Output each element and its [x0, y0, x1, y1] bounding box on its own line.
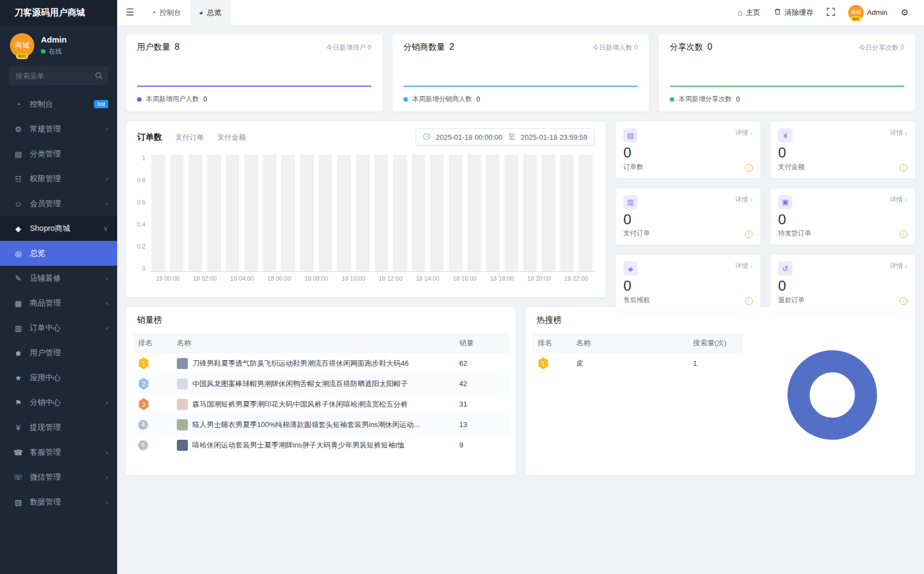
- order-bar: [319, 155, 333, 271]
- hot-search-table: 排名 名称 搜索量(次) 1皮1: [532, 333, 743, 373]
- product-thumbnail: [177, 399, 188, 410]
- x-tick-label: 18 22:00: [558, 275, 595, 282]
- tab-label: 总览: [207, 8, 222, 18]
- topbar-tab-console[interactable]: ◔控制台: [143, 0, 190, 25]
- sidebar-item-label: 商品管理: [30, 298, 102, 308]
- topbar: ☰ ◔控制台◕总览 ⌂ 主页 清除缓存 商城 B2C Admin ⚙: [117, 0, 924, 25]
- sidebar-item-label: 总览: [30, 249, 108, 259]
- home-link[interactable]: ⌂ 主页: [738, 8, 760, 18]
- product-name: 猫人男士睡衣男夏季100%纯棉薄款圆领套头短袖套装男ins潮休闲运动...: [192, 420, 420, 430]
- detail-link[interactable]: 详情›: [735, 261, 753, 271]
- sidebar-item-console[interactable]: ◔控制台hot: [0, 92, 117, 117]
- decorate-icon: ✎: [13, 274, 23, 283]
- sidebar-item-app[interactable]: ★应用中心: [0, 365, 117, 390]
- user-menu[interactable]: 商城 B2C Admin: [848, 5, 888, 20]
- menu-toggle-icon[interactable]: ☰: [117, 7, 143, 18]
- sidebar-item-label: 用户管理: [30, 348, 108, 358]
- date-range-picker[interactable]: 2025-01-18 00:00:00 至 2025-01-18 23:59:5…: [416, 128, 595, 146]
- sidebar-item-decorate[interactable]: ✎店铺装修‹: [0, 266, 117, 291]
- sidebar-item-label: 常规管理: [30, 124, 102, 134]
- detail-link[interactable]: 详情›: [890, 195, 907, 204]
- mini-card-refund: ↺详情›0退款订单!: [770, 255, 915, 312]
- stat-week-value: 0: [736, 96, 740, 103]
- hot-search-rows: 1皮1: [532, 353, 743, 373]
- hot-badge: hot: [94, 100, 108, 108]
- sales-rank-row: 1刀锋男鞋夏季透气防臭飞织运动鞋男潮流百搭休闲网面跑步鞋大码4662: [133, 353, 509, 373]
- sales-rank-table: 排名 名称 销量 1刀锋男鞋夏季透气防臭飞织运动鞋男潮流百搭休闲网面跑步鞋大码4…: [133, 333, 509, 455]
- order-bar: [226, 155, 240, 271]
- order-bar: [170, 155, 184, 271]
- detail-link[interactable]: 详情›: [735, 195, 753, 204]
- mini-card-pay-order: ▥详情›0支付订单!: [616, 188, 760, 245]
- order-bar: [207, 155, 221, 271]
- sidebar-item-goods[interactable]: ▦商品管理‹: [0, 291, 117, 315]
- sidebar-item-label: 客服管理: [30, 447, 102, 457]
- detail-link[interactable]: 详情›: [890, 261, 907, 271]
- y-tick-label: 0: [142, 265, 145, 272]
- sidebar-item-service[interactable]: ☎客服管理‹: [0, 440, 117, 465]
- mini-card-label: 待发货订单: [778, 229, 907, 238]
- sidebar-item-distribution[interactable]: ⚑分销中心‹: [0, 390, 117, 415]
- menu-search-input[interactable]: [9, 66, 108, 85]
- overview-cards: 用户数量8今日新增用户 0本周新增用户人数0分销商数量2今日新增人数 0本周新增…: [126, 34, 915, 112]
- sidebar-item-member[interactable]: ☺会员管理‹: [0, 191, 117, 216]
- mini-card-value: 0: [623, 278, 753, 294]
- stat-week-label: 本周新增分销商人数: [412, 94, 472, 104]
- sidebar-item-overview[interactable]: ◎总览: [0, 241, 117, 266]
- refund-icon: ↺: [778, 261, 792, 276]
- stat-sparkline: [670, 65, 904, 87]
- order-chart-tab-2[interactable]: 支付金额: [217, 133, 246, 141]
- sales-rank-rows: 1刀锋男鞋夏季透气防臭飞织运动鞋男潮流百搭休闲网面跑步鞋大码46622中国风龙图…: [133, 353, 509, 455]
- auth-icon: ☷: [13, 175, 23, 183]
- clear-cache-button[interactable]: 清除缓存: [774, 8, 813, 18]
- donut-ring: [799, 361, 866, 429]
- product-name: 中国风龙图案棒球帽男潮牌休闲鸭舌帽女潮流百搭防晒遮阳太阳帽子: [192, 379, 408, 389]
- sidebar-item-wechat[interactable]: ☏微信管理‹: [0, 465, 117, 489]
- chevron-left-icon: ‹: [106, 299, 108, 307]
- overview-card-2: 分销商数量2今日新增人数 0本周新增分销商人数0: [392, 34, 649, 112]
- middle-row: 订单数支付订单支付金额 2025-01-18 00:00:00 至 2025-0…: [126, 122, 915, 297]
- detail-link[interactable]: 详情›: [890, 128, 907, 138]
- topbar-tab-overview[interactable]: ◕总览: [190, 0, 230, 25]
- topbar-avatar: 商城 B2C: [848, 5, 864, 20]
- legend-dot-icon: [670, 97, 674, 102]
- stat-head: 分享次数0今日分享次数 0: [670, 42, 904, 52]
- distribution-icon: ⚑: [13, 398, 23, 407]
- order-icon: ▥: [13, 324, 23, 333]
- mini-card-value: 0: [623, 212, 753, 228]
- rank-medal-icon: 4: [138, 420, 148, 430]
- sidebar-item-category[interactable]: ▤分类管理: [0, 141, 117, 166]
- sidebar-item-order[interactable]: ▥订单中心‹: [0, 315, 117, 340]
- sidebar-item-shopro[interactable]: ◆Shopro商城∨: [0, 216, 117, 241]
- settings-gear-icon[interactable]: ⚙: [901, 7, 909, 18]
- avatar[interactable]: 商城 B2C: [10, 33, 34, 57]
- user-profile: 商城 B2C Admin 在线: [0, 25, 117, 61]
- y-tick-label: 0.6: [137, 199, 145, 206]
- rank-medal-icon: 3: [138, 398, 149, 410]
- mini-card-label: 退款订单: [778, 296, 907, 305]
- detail-link[interactable]: 详情›: [735, 128, 753, 138]
- order-bar: [356, 155, 370, 271]
- home-label: 主页: [746, 8, 760, 18]
- sales-col-name: 名称: [177, 338, 459, 348]
- chevron-down-icon: ∨: [103, 224, 108, 233]
- order-chart-tab-1[interactable]: 支付订单: [175, 133, 204, 141]
- chevron-right-icon: ›: [750, 129, 753, 138]
- rank-medal-icon: 1: [538, 357, 549, 370]
- sidebar-item-data[interactable]: ▧数据管理‹: [0, 489, 117, 514]
- sidebar-item-general[interactable]: ⚙常规管理‹: [0, 117, 117, 141]
- sidebar-item-label: 数据管理: [30, 497, 102, 507]
- order-chart-tab-0[interactable]: 订单数: [137, 132, 162, 141]
- online-status-label: 在线: [49, 47, 62, 56]
- app-title: 刀客源码用户商城: [0, 0, 117, 25]
- order-bar: [263, 155, 277, 271]
- date-end-value[interactable]: 2025-01-18 23:59:59: [521, 133, 587, 141]
- sidebar-item-user[interactable]: ☻用户管理: [0, 340, 117, 365]
- sidebar-item-withdraw[interactable]: ¥提现管理: [0, 415, 117, 440]
- topbar-tabs: ◔控制台◕总览: [143, 0, 230, 25]
- fullscreen-button[interactable]: [827, 8, 835, 18]
- chevron-left-icon: ‹: [106, 324, 108, 332]
- date-start-value[interactable]: 2025-01-18 00:00:00: [436, 133, 503, 141]
- aftersale-icon: ◈: [623, 261, 638, 276]
- sidebar-item-auth[interactable]: ☷权限管理‹: [0, 166, 117, 191]
